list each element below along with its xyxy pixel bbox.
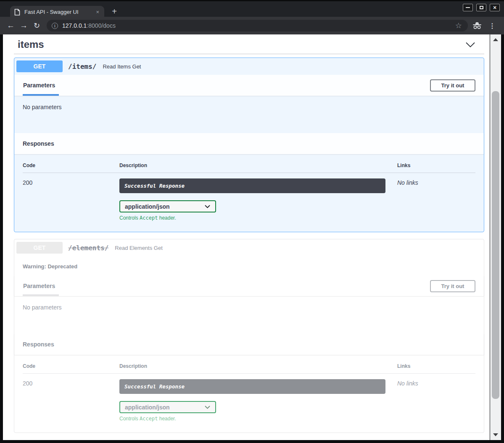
response-description-text: Successful Response xyxy=(124,383,185,390)
forward-icon[interactable]: → xyxy=(17,21,30,30)
method-badge: GET xyxy=(16,242,63,254)
parameters-body: No parameters xyxy=(14,96,484,133)
column-code: Code xyxy=(23,363,119,369)
reload-icon[interactable]: ↻ xyxy=(30,21,43,30)
deprecation-warning-row: Warning: Deprecated xyxy=(14,256,484,276)
column-description: Description xyxy=(119,163,397,168)
tab-parameters[interactable]: Parameters xyxy=(23,75,59,96)
browser-tab[interactable]: Fast API - Swagger UI × xyxy=(10,6,104,18)
scrollbar-thumb[interactable] xyxy=(492,91,499,399)
response-code: 200 xyxy=(23,178,119,221)
response-code: 200 xyxy=(23,379,119,422)
browser-titlebar: Fast API - Swagger UI × + ✕ xyxy=(0,0,504,17)
column-code: Code xyxy=(23,163,119,168)
accept-note-suffix: header. xyxy=(158,215,176,221)
window-controls: ✕ xyxy=(463,4,500,11)
opblock-summary[interactable]: GET /elements/ Read Elements Get xyxy=(14,239,484,256)
accept-note-prefix: Controls xyxy=(119,416,140,422)
response-row-200: 200 Successful Response application/json… xyxy=(23,374,475,422)
try-it-out-button[interactable]: Try it out xyxy=(430,280,475,292)
responses-table-header: Code Description Links xyxy=(23,163,475,173)
url-text[interactable]: 127.0.0.1:8000/docs xyxy=(62,22,452,29)
response-description-bar: Successful Response xyxy=(119,178,385,193)
no-parameters-text: No parameters xyxy=(23,104,62,110)
site-info-icon[interactable]: i xyxy=(52,23,58,29)
response-description-bar: Successful Response xyxy=(119,379,385,394)
response-links: No links xyxy=(397,178,475,221)
tab-close-icon[interactable]: × xyxy=(95,9,100,15)
incognito-icon xyxy=(472,22,482,29)
tag-section-header[interactable]: items xyxy=(14,37,484,54)
page-scrollbar[interactable] xyxy=(490,34,501,440)
column-links: Links xyxy=(397,163,475,168)
accept-header-note: Controls Accept header. xyxy=(119,416,397,422)
opblock-summary[interactable]: GET /items/ Read Items Get xyxy=(14,58,484,75)
accept-note-code: Accept xyxy=(140,215,158,221)
responses-title: Responses xyxy=(23,341,54,348)
responses-body: Code Description Links 200 Successful Re… xyxy=(14,355,484,433)
responses-body: Code Description Links 200 Successful Re… xyxy=(14,154,484,232)
response-links: No links xyxy=(397,379,475,422)
bookmark-star-icon[interactable]: ☆ xyxy=(452,21,465,30)
tab-title: Fast API - Swagger UI xyxy=(24,9,95,15)
accept-note-code: Accept xyxy=(140,416,158,422)
opblock-get-elements-deprecated: GET /elements/ Read Elements Get Warning… xyxy=(14,239,484,433)
response-row-200: 200 Successful Response application/json… xyxy=(23,173,475,221)
new-tab-icon[interactable]: + xyxy=(109,7,119,17)
endpoint-path: /elements/ xyxy=(68,244,108,252)
column-description: Description xyxy=(119,363,397,369)
back-icon[interactable]: ← xyxy=(4,21,17,30)
chevron-down-icon[interactable] xyxy=(466,42,475,47)
media-type-select[interactable]: application/json xyxy=(119,200,216,212)
close-icon[interactable]: ✕ xyxy=(490,4,500,11)
address-bar[interactable]: i 127.0.0.1:8000/docs ☆ xyxy=(47,20,468,31)
parameters-header: Parameters Try it out xyxy=(14,75,484,96)
minimize-icon[interactable] xyxy=(463,4,473,11)
url-path: :8000/docs xyxy=(87,22,116,29)
tag-title: items xyxy=(18,39,44,50)
accept-header-note: Controls Accept header. xyxy=(119,215,397,221)
parameters-header: Parameters Try it out xyxy=(14,276,484,296)
tab-parameters[interactable]: Parameters xyxy=(23,276,59,296)
maximize-icon[interactable] xyxy=(476,4,486,11)
page-favicon-icon xyxy=(14,9,20,16)
response-description-cell: Successful Response application/json Con… xyxy=(119,178,397,221)
swagger-ui: items GET /items/ Read Items Get Paramet… xyxy=(3,34,490,433)
scroll-down-icon[interactable] xyxy=(493,433,498,436)
accept-note-suffix: header. xyxy=(158,416,176,422)
endpoint-summary-text: Read Items Get xyxy=(103,63,141,70)
media-type-select[interactable]: application/json xyxy=(119,401,216,413)
responses-header: Responses xyxy=(14,133,484,154)
response-description-cell: Successful Response application/json Con… xyxy=(119,379,397,422)
media-type-value: application/json xyxy=(125,404,170,411)
media-type-value: application/json xyxy=(125,203,170,210)
page-viewport: items GET /items/ Read Items Get Paramet… xyxy=(3,34,490,440)
select-chevron-icon xyxy=(205,406,210,409)
no-parameters-text: No parameters xyxy=(23,304,62,311)
accept-note-prefix: Controls xyxy=(119,215,140,221)
scroll-up-icon[interactable] xyxy=(493,38,498,41)
responses-title: Responses xyxy=(23,140,54,147)
try-it-out-button[interactable]: Try it out xyxy=(430,79,475,92)
url-host: 127.0.0.1 xyxy=(62,22,87,29)
response-description-text: Successful Response xyxy=(124,183,185,189)
browser-toolbar: ← → ↻ i 127.0.0.1:8000/docs ☆ ⋮ xyxy=(0,17,504,34)
column-links: Links xyxy=(397,363,475,369)
browser-menu-icon[interactable]: ⋮ xyxy=(489,22,496,30)
opblock-get-items: GET /items/ Read Items Get Parameters Tr… xyxy=(14,58,484,232)
responses-header: Responses xyxy=(14,334,484,355)
method-badge: GET xyxy=(16,60,63,72)
parameters-body: No parameters xyxy=(14,296,484,334)
endpoint-path: /items/ xyxy=(68,63,96,71)
select-chevron-icon xyxy=(205,205,210,208)
deprecation-warning-text: Warning: Deprecated xyxy=(23,263,77,270)
endpoint-summary-text: Read Elements Get xyxy=(115,245,162,251)
responses-table-header: Code Description Links xyxy=(23,363,475,374)
